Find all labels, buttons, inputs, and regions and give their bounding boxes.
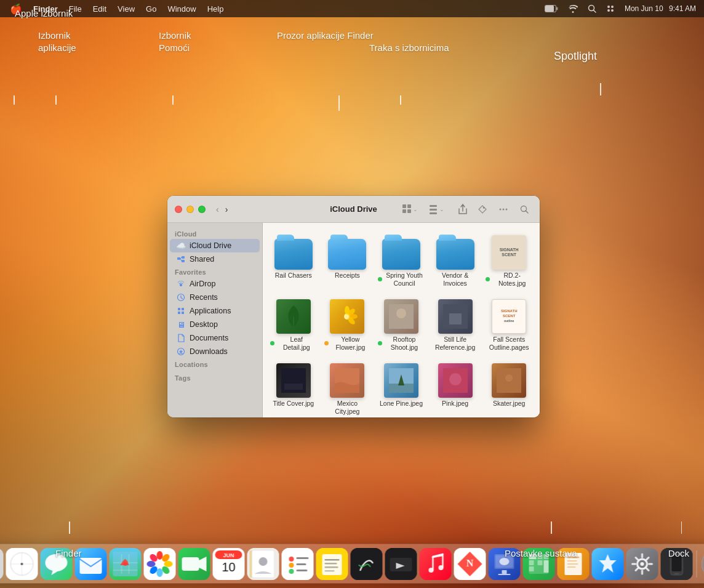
svg-text:10: 10 [222, 560, 235, 574]
tag-button[interactable] [474, 203, 490, 216]
nav-back-button[interactable]: ‹ [214, 203, 221, 215]
sidebar-item-applications[interactable]: Applications [170, 304, 260, 318]
file-item-leaf[interactable]: Leaf Detail.jpg [268, 294, 319, 353]
apple-menu-button[interactable]: 🍎 [5, 2, 27, 16]
thumb-skater [487, 361, 530, 398]
menu-datetime[interactable]: Mon Jun 10 9:41 AM [622, 3, 699, 14]
file-item-mexico[interactable]: Mexico City.jpeg [322, 358, 374, 417]
sidebar-item-desktop[interactable]: 🖥 Desktop [170, 318, 260, 331]
annotation-dock: Dock [668, 548, 689, 558]
thumb-rd2: SIGNATHSCENT [487, 233, 530, 270]
sidebar-item-recents[interactable]: Recents [170, 291, 260, 304]
thumb-pages: SIGNATHSCENToutline [487, 297, 530, 334]
svg-rect-24 [177, 257, 180, 260]
svg-point-105 [289, 563, 294, 568]
dock-app-notes[interactable] [316, 548, 348, 580]
sidebar-locations-section: Locations [167, 358, 262, 369]
share-button[interactable] [455, 202, 471, 217]
svg-rect-108 [297, 570, 308, 571]
menu-battery[interactable] [542, 4, 561, 14]
menu-go[interactable]: Go [141, 3, 161, 15]
svg-line-4 [593, 10, 596, 13]
dock-app-launchpad[interactable] [0, 548, 4, 580]
file-item-spring-youth[interactable]: Spring Youth Council [375, 230, 427, 289]
view-icons-button[interactable]: ⌄ [399, 203, 423, 216]
menu-search[interactable] [585, 3, 599, 14]
menu-view[interactable]: View [113, 3, 140, 15]
sidebar-item-shared[interactable]: Shared [170, 252, 260, 266]
file-item-rooftop[interactable]: Rooftop Shoot.jpg [375, 294, 427, 353]
annotation-system-settings: Postavke sustava [505, 548, 577, 558]
file-item-skater[interactable]: Skater.jpeg [483, 358, 535, 417]
file-item-pink[interactable]: Pink.jpeg [430, 358, 481, 417]
file-name-rail-chasers: Rail Chasers [275, 272, 312, 280]
svg-rect-16 [430, 212, 437, 214]
svg-line-23 [526, 211, 529, 213]
menu-controlcenter[interactable] [603, 3, 618, 14]
search-button[interactable] [516, 203, 532, 216]
svg-point-83 [157, 551, 163, 560]
dock-app-system-settings[interactable] [626, 548, 658, 580]
menu-help[interactable]: Help [202, 3, 229, 15]
window-title: iCloud Drive [330, 204, 377, 214]
file-grid: Rail Chasers Receipts Spring Youth Counc… [268, 230, 535, 417]
file-item-receipts[interactable]: Receipts [322, 230, 374, 289]
dock-app-music[interactable] [420, 548, 452, 580]
dock-app-safari[interactable] [6, 548, 38, 580]
finder-window: ‹ › iCloud Drive ⌄ ⌄ [167, 196, 540, 417]
sidebar-item-icloudrive[interactable]: ☁️ iCloud Drive [170, 239, 260, 252]
downloads-icon [176, 347, 186, 356]
file-name-spring-youth: Spring Youth Council [384, 272, 425, 287]
svg-point-125 [439, 565, 444, 570]
sidebar-item-downloads[interactable]: Downloads [170, 345, 260, 358]
svg-point-29 [180, 284, 182, 286]
thumb-mexico [326, 361, 369, 398]
file-item-title-cover[interactable]: Title Cover.jpg [268, 358, 319, 417]
sidebar-item-airdrop[interactable]: AirDrop [170, 277, 260, 291]
file-item-vendor[interactable]: Vendor & Invoices [430, 230, 481, 289]
app-menu-finder[interactable]: Finder [28, 3, 63, 15]
menu-window[interactable]: Window [162, 3, 201, 15]
dock-app-reminders[interactable] [282, 548, 314, 580]
dock-app-appletv[interactable] [385, 548, 417, 580]
dock-app-freeform[interactable] [351, 548, 383, 580]
dock-app-news[interactable]: N [454, 548, 486, 580]
sidebar-desktop-label: Desktop [190, 320, 218, 329]
dock-app-appstore[interactable] [592, 548, 624, 580]
svg-point-39 [396, 308, 406, 318]
svg-text:⌄: ⌄ [413, 206, 418, 212]
file-item-still-life[interactable]: Still Life Reference.jpg [430, 294, 481, 353]
svg-rect-106 [297, 563, 306, 565]
file-item-lone-pine[interactable]: Lone Pine.jpeg [375, 358, 427, 417]
dock-app-facetime[interactable] [178, 548, 210, 580]
sidebar-item-documents[interactable]: Documents [170, 331, 260, 345]
dock-app-maps[interactable] [110, 548, 142, 580]
svg-point-50 [505, 374, 513, 382]
menu-edit[interactable]: Edit [88, 3, 111, 15]
file-name-skater: Skater.jpeg [493, 400, 526, 408]
status-dot-yellow-flower [324, 341, 329, 345]
more-button[interactable] [494, 203, 513, 216]
file-item-fall-scents[interactable]: SIGNATHSCENToutline Fall Scents Outline.… [483, 294, 535, 353]
thumb-lone-pine [380, 361, 423, 398]
sidebar-airdrop-label: AirDrop [190, 280, 215, 288]
file-item-rail-chasers[interactable]: Rail Chasers [268, 230, 319, 289]
window-maximize-button[interactable] [198, 206, 206, 213]
svg-rect-142 [544, 560, 549, 573]
svg-rect-110 [322, 554, 342, 575]
nav-forward-button[interactable]: › [223, 203, 230, 215]
view-list-button[interactable]: ⌄ [426, 203, 451, 216]
file-item-yellow-flower[interactable]: Yellow Flower.jpg [322, 294, 374, 353]
file-item-rd2[interactable]: SIGNATHSCENT RD.2-Notes.jpg [483, 230, 535, 289]
menu-file[interactable]: File [64, 3, 87, 15]
window-close-button[interactable] [175, 206, 182, 213]
dock-app-contacts[interactable] [247, 548, 279, 580]
menu-wifi[interactable] [565, 3, 581, 14]
window-minimize-button[interactable] [186, 206, 194, 213]
dock-app-photos[interactable] [144, 548, 176, 580]
dock-app-calendar[interactable]: JUN10 [213, 548, 245, 580]
file-name-rd2: RD.2-Notes.jpg [492, 272, 532, 287]
thumb-pink [434, 361, 477, 398]
file-name-fall-scents: Fall Scents Outline.pages [486, 336, 532, 351]
dock-app-downloads[interactable] [701, 548, 705, 580]
